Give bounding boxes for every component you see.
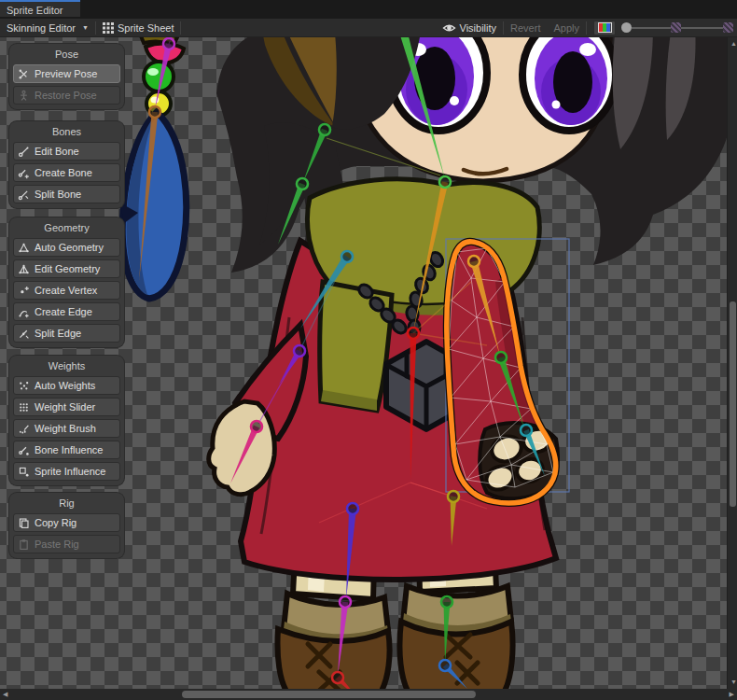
joint-left-hand[interactable] (251, 421, 262, 432)
slider-track (681, 27, 723, 29)
preview-pose-button[interactable]: Preview Pose (13, 64, 120, 83)
joint-hair-accessory-upper[interactable] (163, 38, 174, 49)
panel-title-geometry: Geometry (13, 221, 120, 235)
panel-title-pose: Pose (13, 48, 120, 62)
paste-rig-icon (18, 539, 30, 551)
vertical-scrollbar-thumb[interactable] (730, 301, 736, 507)
joint-left-arm[interactable] (294, 345, 305, 357)
eye-icon (442, 22, 456, 34)
joint-right-arm-upper[interactable] (468, 256, 480, 267)
vertical-scrollbar[interactable]: ▲ ▼ (727, 37, 737, 689)
button-label: Weight Brush (35, 423, 96, 434)
split-bone-icon (18, 189, 30, 201)
button-label: Create Vertex (35, 285, 97, 296)
split-edge-button[interactable]: Split Edge (13, 324, 120, 343)
joint-right-leg-lower[interactable] (441, 596, 452, 608)
sprite-sheet-button[interactable]: Sprite Sheet (103, 22, 174, 34)
horizontal-scrollbar[interactable]: ◀ ▶ (0, 689, 737, 700)
joint-right-hand[interactable] (521, 425, 532, 436)
button-label: Weight Slider (35, 401, 95, 413)
panel-bones: BonesEdit BoneCreate BoneSplit Bone (9, 121, 124, 208)
scroll-left-arrow-icon[interactable]: ◀ (3, 690, 7, 699)
button-label: Paste Rig (35, 539, 79, 550)
joint-right-foot[interactable] (439, 660, 451, 671)
edit-geometry-button[interactable]: Edit Geometry (13, 259, 120, 278)
panel-pose: PosePreview PoseRestore Pose (9, 44, 124, 109)
button-label: Auto Weights (35, 380, 95, 391)
button-label: Restore Pose (35, 90, 97, 101)
scroll-right-arrow-icon[interactable]: ▶ (730, 690, 734, 699)
alpha-slider[interactable] (621, 22, 733, 33)
toolbar-separator (95, 21, 96, 35)
joint-hair-accessory-feather[interactable] (149, 106, 160, 118)
right-eye (522, 37, 616, 131)
scroll-up-arrow-icon[interactable]: ▲ (730, 39, 737, 49)
bone-influence-icon (18, 444, 30, 456)
joint-left-foot[interactable] (332, 672, 343, 683)
button-label: Edit Bone (35, 146, 79, 157)
sprite-sheet-icon (103, 22, 114, 34)
skinning-editor-dropdown[interactable]: Skinning Editor ▼ (7, 22, 89, 34)
toolbar: Skinning Editor ▼ Sprite Sheet Visibilit… (0, 19, 737, 37)
joint-extra-0[interactable] (439, 176, 451, 188)
create-vertex-icon (18, 285, 30, 297)
preview-pose-icon (18, 68, 30, 80)
edit-bone-button[interactable]: Edit Bone (13, 142, 120, 161)
joint-spine[interactable] (408, 328, 419, 339)
restore-pose-button[interactable]: Restore Pose (13, 86, 120, 105)
weight-brush-icon (18, 423, 30, 435)
panel-title-weights: Weights (13, 359, 120, 373)
weight-slider-button[interactable]: Weight Slider (13, 398, 120, 416)
split-bone-button[interactable]: Split Bone (13, 185, 120, 203)
joint-left-leg-upper[interactable] (347, 503, 358, 514)
joint-hair-left-b[interactable] (297, 178, 308, 189)
bone-influence-button[interactable]: Bone Influence (13, 441, 120, 459)
weight-brush-button[interactable]: Weight Brush (13, 419, 120, 438)
joint-hair-left-a[interactable] (319, 124, 330, 135)
scroll-down-arrow-icon[interactable]: ▼ (730, 678, 737, 687)
sprite-influence-button[interactable]: Sprite Influence (13, 462, 120, 481)
joint-hips[interactable] (448, 491, 459, 502)
joint-right-arm-lower[interactable] (495, 352, 507, 363)
rgb-channels-icon (598, 22, 612, 33)
tab-sprite-editor[interactable]: Sprite Editor (0, 0, 80, 17)
button-label: Create Bone (35, 167, 92, 178)
create-edge-icon (18, 306, 30, 318)
restore-pose-icon (18, 90, 30, 102)
revert-button[interactable]: Revert (510, 22, 540, 34)
copy-rig-button[interactable]: Copy Rig (13, 513, 120, 532)
button-label: Preview Pose (35, 68, 97, 79)
toolbar-separator (180, 21, 181, 35)
edit-geometry-icon (18, 263, 30, 275)
toolbar-separator (503, 21, 504, 35)
create-vertex-button[interactable]: Create Vertex (13, 281, 120, 300)
create-edge-button[interactable]: Create Edge (13, 302, 120, 321)
button-label: Sprite Influence (35, 466, 105, 477)
panel-title-bones: Bones (13, 125, 120, 139)
auto-geometry-button[interactable]: Auto Geometry (13, 238, 120, 257)
auto-weights-icon (18, 380, 30, 392)
button-label: Copy Rig (35, 517, 76, 528)
visibility-toggle[interactable]: Visibility (442, 22, 497, 34)
button-label: Auto Geometry (35, 242, 104, 253)
chevron-down-icon: ▼ (82, 24, 89, 31)
button-label: Create Edge (35, 306, 92, 317)
create-bone-button[interactable]: Create Bone (13, 163, 120, 182)
edit-bone-icon (18, 146, 30, 158)
apply-button[interactable]: Apply (553, 22, 579, 34)
panel-title-rig: Rig (13, 497, 120, 511)
sprite-influence-icon (18, 466, 30, 478)
auto-weights-button[interactable]: Auto Weights (13, 376, 120, 395)
texture-chip-icon (671, 22, 681, 33)
paste-rig-button[interactable]: Paste Rig (13, 535, 120, 553)
horizontal-scrollbar-thumb[interactable] (182, 691, 476, 698)
joint-left-shoulder[interactable] (341, 251, 353, 262)
rgb-channels-button[interactable] (593, 21, 616, 35)
auto-geometry-icon (18, 242, 30, 254)
tab-bar: Sprite Editor (0, 0, 737, 19)
button-label: Split Bone (35, 189, 81, 200)
weight-slider-icon (18, 401, 30, 413)
slider-knob[interactable] (621, 22, 632, 33)
copy-rig-icon (18, 517, 30, 529)
joint-left-leg-lower[interactable] (340, 596, 351, 608)
